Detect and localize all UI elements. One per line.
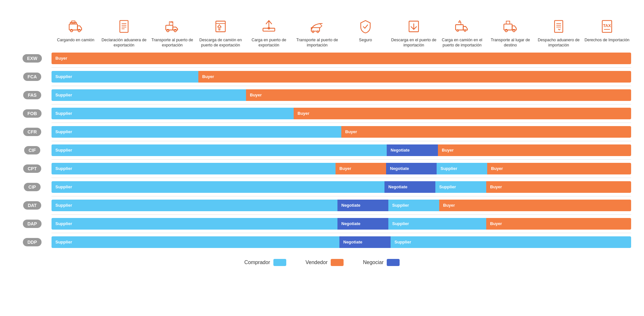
seg-dat-1: Negotiate — [337, 200, 388, 211]
svg-rect-22 — [504, 24, 512, 30]
unload-import-port-label: Descarga en el puerto de importación — [391, 37, 437, 48]
divider-10 — [52, 233, 631, 233]
row-badge-cif: CIF — [24, 146, 41, 154]
col-header-unload-export-port: Descarga de camión en puerto de exportac… — [196, 19, 245, 48]
seg-dap-2: Supplier — [388, 218, 486, 230]
data-row-dat: DATSupplierNegotiateSupplierBuyer — [13, 198, 631, 212]
row-bars-exw: Buyer — [52, 53, 631, 64]
svg-rect-9 — [166, 25, 173, 30]
col-header-transport-import-port: Transporte al puerto de importación — [293, 19, 341, 48]
load-import-port-icon — [455, 19, 469, 35]
seg-exw-0: Buyer — [52, 53, 631, 64]
legend-item-seller: Vendedor — [306, 259, 344, 266]
row-label-dap: DAP — [13, 220, 52, 228]
data-row-cip: CIPSupplierNegotiateSupplierBuyer — [13, 180, 631, 194]
data-row-cfr: CFRSupplierBuyer — [13, 125, 631, 139]
divider-8 — [52, 196, 631, 196]
svg-point-21 — [464, 30, 466, 32]
seg-cip-0: Supplier — [52, 181, 384, 193]
seg-cpt-3: Supplier — [437, 163, 487, 174]
transport-destination-label: Transporte al lugar de destino — [488, 37, 533, 48]
divider-1 — [52, 67, 631, 68]
legend-box-negotiate — [387, 259, 400, 266]
customs-export-label: Declaración aduanera de exportación — [101, 37, 147, 48]
seg-cif-0: Supplier — [52, 144, 387, 156]
seg-fas-0: Supplier — [52, 89, 246, 101]
row-badge-dap: DAP — [23, 220, 42, 228]
row-label-fob: FOB — [13, 109, 52, 118]
truck-load-icon — [69, 19, 83, 35]
row-badge-exw: EXW — [23, 54, 42, 63]
svg-point-24 — [513, 29, 515, 32]
seg-dat-0: Supplier — [52, 200, 337, 211]
seg-cfr-0: Supplier — [52, 126, 341, 138]
seg-cpt-4: Buyer — [487, 163, 631, 174]
svg-rect-4 — [120, 21, 128, 33]
header-row: Cargando en camión Declaración aduanera … — [13, 19, 631, 48]
seg-cpt-2: Negotiate — [386, 163, 437, 174]
row-label-ddp: DDP — [13, 238, 52, 246]
page: Cargando en camión Declaración aduanera … — [0, 0, 644, 279]
seg-dat-2: Supplier — [388, 200, 439, 211]
seg-cip-1: Negotiate — [384, 181, 435, 193]
col-header-load-import-port: Carga en camión en el puerto de importac… — [438, 19, 486, 48]
divider-2 — [52, 86, 631, 86]
row-label-cpt: CPT — [13, 164, 52, 173]
divider-5 — [52, 141, 631, 141]
svg-point-23 — [505, 29, 507, 32]
col-header-transport-export-port: Transporte al puerto de exportación — [148, 19, 196, 48]
svg-rect-25 — [554, 21, 563, 33]
transport-destination-icon — [503, 19, 517, 35]
customs-import-icon — [552, 19, 566, 35]
svg-rect-14 — [263, 28, 275, 31]
legend-label-negotiate: Negociar — [363, 260, 384, 265]
legend-label-seller: Vendedor — [306, 260, 328, 265]
col-header-unload-import-port: Descarga en el puerto de importación — [390, 19, 438, 48]
seg-fob-0: Supplier — [52, 108, 294, 119]
row-badge-fas: FAS — [23, 91, 41, 99]
seg-cfr-1: Buyer — [341, 126, 631, 138]
data-row-ddp: DDPSupplierNegotiateSupplier — [13, 235, 631, 249]
data-row-exw: EXWBuyer — [13, 51, 631, 65]
divider-4 — [52, 123, 631, 123]
seg-ddp-0: Supplier — [52, 236, 339, 248]
legend-box-seller — [331, 259, 344, 266]
seg-dap-1: Negotiate — [337, 218, 388, 230]
chart-container: Cargando en camión Declaración aduanera … — [13, 19, 631, 249]
row-bars-cip: SupplierNegotiateSupplierBuyer — [52, 181, 631, 193]
data-row-cif: CIFSupplierNegotiateBuyer — [13, 143, 631, 157]
transport-import-port-label: Transporte al puerto de importación — [294, 37, 340, 48]
seg-dap-3: Buyer — [486, 218, 631, 230]
row-label-fas: FAS — [13, 91, 52, 99]
col-header-transport-destination: Transporte al lugar de destino — [486, 19, 535, 48]
row-label-exw: EXW — [13, 54, 52, 63]
data-row-dap: DAPSupplierNegotiateSupplierBuyer — [13, 217, 631, 231]
divider-9 — [52, 214, 631, 215]
seg-fas-1: Buyer — [246, 89, 631, 101]
col-header-customs-import: Despacho aduanero de importación — [535, 19, 583, 48]
row-badge-cfr: CFR — [23, 128, 42, 136]
row-badge-ddp: DDP — [23, 238, 42, 246]
row-label-cip: CIP — [13, 183, 52, 191]
col-header-customs-export: Declaración aduanera de exportación — [100, 19, 148, 48]
divider-7 — [52, 178, 631, 178]
seg-fca-0: Supplier — [52, 71, 198, 83]
svg-point-2 — [78, 29, 80, 32]
seg-fca-1: Buyer — [198, 71, 631, 83]
legend-label-buyer: Comprador — [244, 260, 270, 265]
data-row-fca: FCASupplierBuyer — [13, 70, 631, 84]
svg-rect-19 — [456, 25, 463, 30]
svg-point-11 — [174, 29, 176, 32]
row-badge-cip: CIP — [24, 183, 40, 191]
row-bars-ddp: SupplierNegotiateSupplier — [52, 236, 631, 248]
row-bars-fas: SupplierBuyer — [52, 89, 631, 101]
seg-cif-2: Buyer — [438, 144, 631, 156]
col-header-truck-load: Cargando en camión — [52, 19, 100, 48]
legend-item-negotiate: Negociar — [363, 259, 400, 266]
row-label-cfr: CFR — [13, 128, 52, 136]
svg-point-20 — [457, 30, 459, 32]
svg-text:TAX: TAX — [603, 23, 611, 28]
svg-point-16 — [312, 31, 314, 33]
columns-area: Cargando en camión Declaración aduanera … — [52, 19, 631, 48]
load-export-port-icon — [262, 19, 276, 35]
